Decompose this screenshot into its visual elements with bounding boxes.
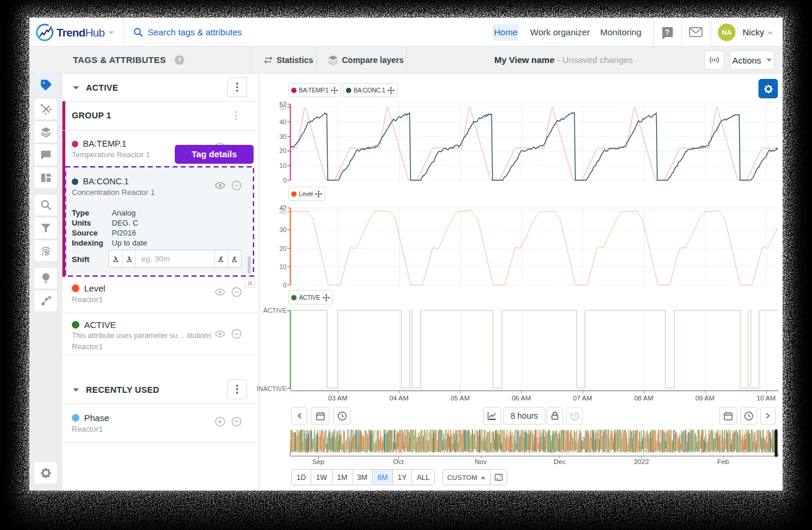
svg-text:0: 0 bbox=[283, 177, 287, 184]
svg-text:20: 20 bbox=[279, 147, 287, 154]
svg-text:20: 20 bbox=[279, 245, 287, 252]
svg-text:04 AM: 04 AM bbox=[390, 395, 409, 402]
svg-text:Feb: Feb bbox=[717, 458, 729, 465]
svg-text:Nov: Nov bbox=[475, 458, 487, 465]
svg-text:30: 30 bbox=[279, 226, 287, 233]
svg-text:0: 0 bbox=[283, 281, 287, 289]
svg-text:30: 30 bbox=[279, 133, 287, 140]
svg-text:03 AM: 03 AM bbox=[328, 395, 348, 402]
svg-text:08 AM: 08 AM bbox=[634, 395, 654, 402]
svg-text:09 AM: 09 AM bbox=[695, 395, 715, 402]
svg-text:Dec: Dec bbox=[554, 458, 566, 465]
svg-text:10: 10 bbox=[279, 263, 287, 270]
svg-text:40: 40 bbox=[279, 208, 287, 216]
svg-text:ACTIVE: ACTIVE bbox=[263, 307, 287, 314]
svg-text:06 AM: 06 AM bbox=[512, 395, 531, 402]
svg-text:Sep: Sep bbox=[312, 458, 324, 465]
svg-text:40: 40 bbox=[279, 118, 287, 125]
svg-text:Oct: Oct bbox=[393, 458, 404, 465]
svg-text:INACTIVE: INACTIVE bbox=[257, 385, 287, 392]
svg-text:2022: 2022 bbox=[634, 458, 649, 465]
svg-text:05 AM: 05 AM bbox=[451, 395, 470, 402]
svg-text:50: 50 bbox=[279, 104, 287, 111]
svg-text:10 AM: 10 AM bbox=[757, 395, 776, 402]
svg-text:10: 10 bbox=[279, 162, 287, 169]
svg-text:07 AM: 07 AM bbox=[573, 395, 593, 402]
